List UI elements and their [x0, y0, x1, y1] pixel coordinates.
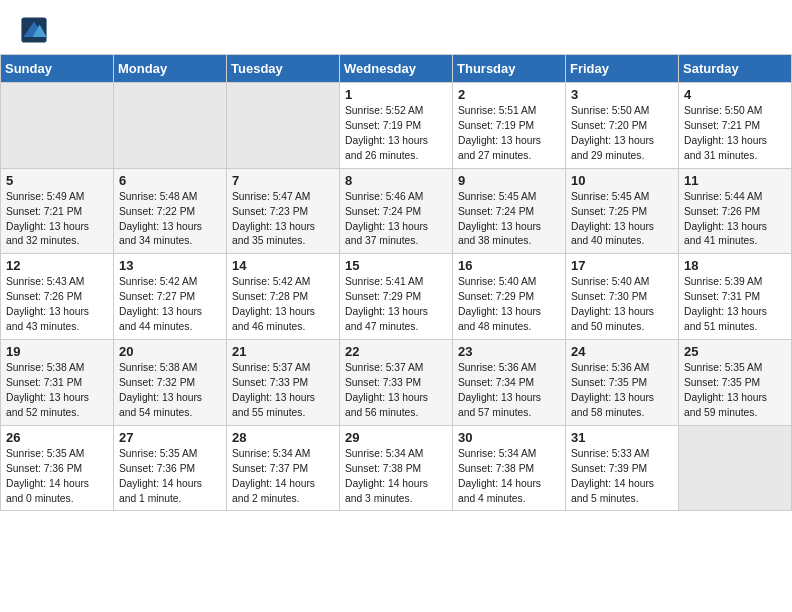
day-number: 14 — [232, 258, 334, 273]
day-number: 27 — [119, 430, 221, 445]
day-content: Sunrise: 5:40 AMSunset: 7:30 PMDaylight:… — [571, 275, 673, 335]
day-content: Sunrise: 5:50 AMSunset: 7:20 PMDaylight:… — [571, 104, 673, 164]
day-content: Sunrise: 5:35 AMSunset: 7:36 PMDaylight:… — [6, 447, 108, 507]
weekday-header-row: SundayMondayTuesdayWednesdayThursdayFrid… — [1, 55, 792, 83]
calendar-cell: 11Sunrise: 5:44 AMSunset: 7:26 PMDayligh… — [679, 168, 792, 254]
day-content: Sunrise: 5:44 AMSunset: 7:26 PMDaylight:… — [684, 190, 786, 250]
day-number: 5 — [6, 173, 108, 188]
calendar-cell: 9Sunrise: 5:45 AMSunset: 7:24 PMDaylight… — [453, 168, 566, 254]
day-number: 16 — [458, 258, 560, 273]
weekday-header-friday: Friday — [566, 55, 679, 83]
calendar-cell: 18Sunrise: 5:39 AMSunset: 7:31 PMDayligh… — [679, 254, 792, 340]
calendar-cell: 31Sunrise: 5:33 AMSunset: 7:39 PMDayligh… — [566, 425, 679, 511]
calendar-cell: 7Sunrise: 5:47 AMSunset: 7:23 PMDaylight… — [227, 168, 340, 254]
day-number: 20 — [119, 344, 221, 359]
day-content: Sunrise: 5:51 AMSunset: 7:19 PMDaylight:… — [458, 104, 560, 164]
calendar-week-5: 26Sunrise: 5:35 AMSunset: 7:36 PMDayligh… — [1, 425, 792, 511]
day-number: 17 — [571, 258, 673, 273]
calendar-cell: 20Sunrise: 5:38 AMSunset: 7:32 PMDayligh… — [114, 340, 227, 426]
calendar-week-2: 5Sunrise: 5:49 AMSunset: 7:21 PMDaylight… — [1, 168, 792, 254]
day-content: Sunrise: 5:52 AMSunset: 7:19 PMDaylight:… — [345, 104, 447, 164]
day-content: Sunrise: 5:34 AMSunset: 7:37 PMDaylight:… — [232, 447, 334, 507]
day-number: 3 — [571, 87, 673, 102]
calendar-cell: 29Sunrise: 5:34 AMSunset: 7:38 PMDayligh… — [340, 425, 453, 511]
calendar-cell: 2Sunrise: 5:51 AMSunset: 7:19 PMDaylight… — [453, 83, 566, 169]
day-content: Sunrise: 5:47 AMSunset: 7:23 PMDaylight:… — [232, 190, 334, 250]
calendar-cell: 1Sunrise: 5:52 AMSunset: 7:19 PMDaylight… — [340, 83, 453, 169]
day-number: 15 — [345, 258, 447, 273]
calendar-week-3: 12Sunrise: 5:43 AMSunset: 7:26 PMDayligh… — [1, 254, 792, 340]
day-content: Sunrise: 5:34 AMSunset: 7:38 PMDaylight:… — [345, 447, 447, 507]
calendar-cell: 24Sunrise: 5:36 AMSunset: 7:35 PMDayligh… — [566, 340, 679, 426]
day-content: Sunrise: 5:37 AMSunset: 7:33 PMDaylight:… — [345, 361, 447, 421]
page-header — [0, 0, 792, 48]
calendar-cell: 10Sunrise: 5:45 AMSunset: 7:25 PMDayligh… — [566, 168, 679, 254]
day-number: 12 — [6, 258, 108, 273]
day-number: 10 — [571, 173, 673, 188]
weekday-header-thursday: Thursday — [453, 55, 566, 83]
day-content: Sunrise: 5:45 AMSunset: 7:25 PMDaylight:… — [571, 190, 673, 250]
day-number: 9 — [458, 173, 560, 188]
calendar-cell: 30Sunrise: 5:34 AMSunset: 7:38 PMDayligh… — [453, 425, 566, 511]
day-content: Sunrise: 5:35 AMSunset: 7:35 PMDaylight:… — [684, 361, 786, 421]
day-number: 1 — [345, 87, 447, 102]
day-content: Sunrise: 5:37 AMSunset: 7:33 PMDaylight:… — [232, 361, 334, 421]
calendar-cell: 6Sunrise: 5:48 AMSunset: 7:22 PMDaylight… — [114, 168, 227, 254]
calendar-cell: 8Sunrise: 5:46 AMSunset: 7:24 PMDaylight… — [340, 168, 453, 254]
calendar-cell: 27Sunrise: 5:35 AMSunset: 7:36 PMDayligh… — [114, 425, 227, 511]
calendar-cell: 26Sunrise: 5:35 AMSunset: 7:36 PMDayligh… — [1, 425, 114, 511]
day-content: Sunrise: 5:45 AMSunset: 7:24 PMDaylight:… — [458, 190, 560, 250]
weekday-header-tuesday: Tuesday — [227, 55, 340, 83]
logo — [20, 16, 50, 44]
day-content: Sunrise: 5:48 AMSunset: 7:22 PMDaylight:… — [119, 190, 221, 250]
calendar-cell: 25Sunrise: 5:35 AMSunset: 7:35 PMDayligh… — [679, 340, 792, 426]
day-content: Sunrise: 5:35 AMSunset: 7:36 PMDaylight:… — [119, 447, 221, 507]
calendar-cell: 3Sunrise: 5:50 AMSunset: 7:20 PMDaylight… — [566, 83, 679, 169]
weekday-header-wednesday: Wednesday — [340, 55, 453, 83]
calendar-cell — [1, 83, 114, 169]
day-content: Sunrise: 5:46 AMSunset: 7:24 PMDaylight:… — [345, 190, 447, 250]
day-content: Sunrise: 5:38 AMSunset: 7:31 PMDaylight:… — [6, 361, 108, 421]
day-content: Sunrise: 5:34 AMSunset: 7:38 PMDaylight:… — [458, 447, 560, 507]
day-number: 24 — [571, 344, 673, 359]
day-content: Sunrise: 5:49 AMSunset: 7:21 PMDaylight:… — [6, 190, 108, 250]
day-number: 25 — [684, 344, 786, 359]
calendar-cell: 17Sunrise: 5:40 AMSunset: 7:30 PMDayligh… — [566, 254, 679, 340]
calendar-cell: 12Sunrise: 5:43 AMSunset: 7:26 PMDayligh… — [1, 254, 114, 340]
day-number: 22 — [345, 344, 447, 359]
day-number: 29 — [345, 430, 447, 445]
calendar-cell: 4Sunrise: 5:50 AMSunset: 7:21 PMDaylight… — [679, 83, 792, 169]
day-content: Sunrise: 5:33 AMSunset: 7:39 PMDaylight:… — [571, 447, 673, 507]
day-number: 8 — [345, 173, 447, 188]
calendar-cell: 13Sunrise: 5:42 AMSunset: 7:27 PMDayligh… — [114, 254, 227, 340]
calendar-cell — [679, 425, 792, 511]
day-content: Sunrise: 5:42 AMSunset: 7:28 PMDaylight:… — [232, 275, 334, 335]
calendar-week-4: 19Sunrise: 5:38 AMSunset: 7:31 PMDayligh… — [1, 340, 792, 426]
day-content: Sunrise: 5:42 AMSunset: 7:27 PMDaylight:… — [119, 275, 221, 335]
day-number: 21 — [232, 344, 334, 359]
day-content: Sunrise: 5:36 AMSunset: 7:35 PMDaylight:… — [571, 361, 673, 421]
day-number: 19 — [6, 344, 108, 359]
calendar-cell: 19Sunrise: 5:38 AMSunset: 7:31 PMDayligh… — [1, 340, 114, 426]
weekday-header-saturday: Saturday — [679, 55, 792, 83]
day-number: 4 — [684, 87, 786, 102]
day-content: Sunrise: 5:39 AMSunset: 7:31 PMDaylight:… — [684, 275, 786, 335]
calendar-cell: 28Sunrise: 5:34 AMSunset: 7:37 PMDayligh… — [227, 425, 340, 511]
day-number: 2 — [458, 87, 560, 102]
day-content: Sunrise: 5:38 AMSunset: 7:32 PMDaylight:… — [119, 361, 221, 421]
logo-icon — [20, 16, 48, 44]
day-number: 6 — [119, 173, 221, 188]
day-number: 18 — [684, 258, 786, 273]
day-number: 26 — [6, 430, 108, 445]
calendar-cell: 5Sunrise: 5:49 AMSunset: 7:21 PMDaylight… — [1, 168, 114, 254]
day-content: Sunrise: 5:36 AMSunset: 7:34 PMDaylight:… — [458, 361, 560, 421]
day-number: 23 — [458, 344, 560, 359]
calendar-cell: 16Sunrise: 5:40 AMSunset: 7:29 PMDayligh… — [453, 254, 566, 340]
calendar-cell: 22Sunrise: 5:37 AMSunset: 7:33 PMDayligh… — [340, 340, 453, 426]
day-number: 13 — [119, 258, 221, 273]
day-number: 11 — [684, 173, 786, 188]
day-number: 30 — [458, 430, 560, 445]
day-content: Sunrise: 5:43 AMSunset: 7:26 PMDaylight:… — [6, 275, 108, 335]
weekday-header-monday: Monday — [114, 55, 227, 83]
calendar-cell — [114, 83, 227, 169]
